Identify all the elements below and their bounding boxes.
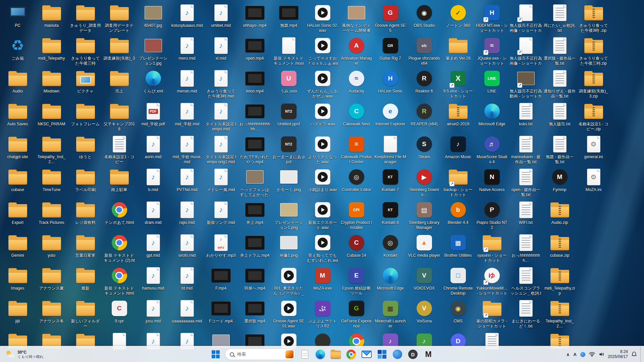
desktop-icon[interactable]: 路上駐車 bbox=[102, 165, 136, 198]
desktop-icon[interactable]: 新規 テキストドキュメント.musicxml bbox=[272, 34, 306, 66]
desktop-icon[interactable]: ♻ごみ箱 bbox=[1, 34, 35, 66]
desktop-icon[interactable]: まにきにわーるど！.txt bbox=[509, 296, 543, 329]
desktop-icon[interactable]: MFymmp bbox=[543, 165, 577, 198]
desktop-icon[interactable]: プレゼンテーション1.png bbox=[272, 198, 306, 231]
desktop-icon[interactable]: EEpson 接続診断ツール bbox=[339, 263, 373, 296]
desktop-icon[interactable]: ohhayo-.mp4 bbox=[238, 1, 272, 34]
desktop-icon[interactable]: ♪td.mid bbox=[170, 263, 204, 296]
desktop-icon[interactable]: Groove Agent SE 01.wav bbox=[272, 296, 306, 329]
desktop-icon[interactable]: TimeTune bbox=[35, 165, 68, 198]
desktop-icon[interactable]: ◎Controller Editor bbox=[339, 165, 373, 198]
desktop-icon[interactable]: GGroove Agent SE 5 bbox=[373, 1, 407, 34]
desktop-icon[interactable]: ♪gpt.mid bbox=[136, 231, 170, 263]
desktop-icon[interactable]: ♪xl.mid bbox=[204, 34, 238, 66]
desktop-icon[interactable]: 井上.mp4 bbox=[238, 198, 272, 231]
desktop-icon[interactable]: ◉CMS bbox=[441, 296, 475, 329]
desktop-icon[interactable]: sfzPlogue sforzando x64 bbox=[407, 34, 441, 66]
desktop-icon[interactable]: 筆まめ Ver.28 bbox=[441, 34, 475, 66]
desktop-icon[interactable]: 孤独なインディーゲーム開発者の一生… bbox=[339, 1, 373, 34]
pinned-discord[interactable]: D bbox=[407, 348, 419, 361]
desktop-icon[interactable]: ✓ノートン 360 bbox=[441, 1, 475, 34]
desktop-icon[interactable]: こっでｈｄすおｆｄｓｂふぁ.wav bbox=[306, 34, 339, 66]
pinned-mail[interactable] bbox=[360, 348, 373, 361]
pinned-music-m[interactable]: M bbox=[422, 348, 435, 361]
desktop-icon[interactable]: PC bbox=[1, 1, 35, 34]
desktop-icon[interactable]: 調査用データテンプレート bbox=[102, 1, 136, 34]
desktop-icon[interactable]: Microsoft Edge bbox=[475, 99, 509, 132]
desktop-icon[interactable]: 父子キャンプ2018 bbox=[102, 99, 136, 132]
desktop-icon[interactable]: ♪uaaaaaaaaa.mid bbox=[170, 296, 204, 329]
desktop-icon[interactable]: yuto bbox=[35, 231, 68, 263]
desktop-icon[interactable]: 無題 - 親作品一覧.txt bbox=[543, 132, 577, 165]
desktop-icon[interactable]: □Chrome Remote Desktop bbox=[441, 263, 475, 296]
desktop-icon[interactable]: ♪kotusytuaaus.mid bbox=[170, 1, 204, 34]
desktop-icon[interactable]: Telepathy_Inst_2… bbox=[35, 132, 68, 165]
desktop-icon[interactable]: 調査練習(失敗)_3.zip bbox=[577, 66, 610, 99]
desktop-icon[interactable]: Fコード.mp4 bbox=[204, 296, 238, 329]
desktop-icon[interactable]: ゆ↗YukkuriMovieM… - ショートカット bbox=[475, 263, 509, 296]
desktop-icon[interactable]: 営業日変更 bbox=[68, 231, 102, 263]
desktop-icon[interactable]: 名称未設定1 - コピー.zip bbox=[577, 99, 610, 132]
desktop-icon[interactable]: 売上 bbox=[102, 66, 136, 99]
desktop-icon[interactable]: ♪タイトル未設定.tempo.orig1.mid bbox=[204, 132, 238, 165]
desktop-icon[interactable]: だれでFXいれたやつ.mp4 bbox=[238, 132, 272, 165]
desktop-icon[interactable]: ◎Kontakt bbox=[373, 231, 407, 263]
desktop-icon[interactable]: RREAPER (x64) bbox=[407, 99, 441, 132]
desktop-icon[interactable]: プレゼンテーション1.jpg bbox=[136, 34, 170, 66]
desktop-icon[interactable]: ヘッドフォンはずしてよかった.mp4 bbox=[238, 165, 272, 198]
desktop-icon[interactable]: Microsoft Edge bbox=[373, 263, 407, 296]
desktop-icon[interactable]: ♪mid_学校.mid bbox=[170, 99, 204, 132]
desktop-icon[interactable]: 新規 テキストドキュメント (2).html bbox=[102, 231, 136, 263]
desktop-icon[interactable]: ◉OBS Studio bbox=[407, 1, 441, 34]
desktop-icon[interactable]: ⚙general.ini bbox=[577, 132, 610, 165]
desktop-icon[interactable]: ≡Cakewalk Product Center bbox=[339, 132, 373, 165]
desktop-icon[interactable]: ヘルスコンプラッシュン＿歌詞.txt bbox=[509, 263, 543, 296]
desktop-icon[interactable]: Audio bbox=[1, 66, 35, 99]
tray-blue-circle-icon[interactable] bbox=[580, 352, 585, 357]
desktop-icon[interactable]: ↗家の防犯カメラ - ショートカット bbox=[475, 296, 509, 329]
desktop-icon[interactable]: テンポあて.html bbox=[102, 198, 136, 231]
desktop-icon[interactable]: おっhhhhhhhhhhhh… bbox=[238, 99, 272, 132]
desktop-icon[interactable]: eInternet Explorer bbox=[373, 99, 407, 132]
desktop-icon[interactable]: 画像1.png bbox=[272, 231, 306, 263]
desktop-icon[interactable]: きゅうり食ってた午後3時 .zip bbox=[577, 1, 610, 34]
desktop-icon[interactable]: ▦Minecraft Launcher bbox=[373, 296, 407, 329]
desktop-icon[interactable]: ↗backup - ショートカット bbox=[441, 165, 475, 198]
weather-widget[interactable]: 30°C くもり時々晴れ bbox=[3, 348, 47, 361]
start-button[interactable] bbox=[209, 348, 222, 361]
desktop-icon[interactable]: open - 親作品一覧.txt bbox=[509, 165, 543, 198]
desktop-icon[interactable]: ♪b.mid bbox=[136, 165, 170, 198]
desktop-icon[interactable]: ♪mid_学校 muse.mid bbox=[170, 132, 204, 165]
desktop-icon[interactable]: アナウンス夏 bbox=[35, 263, 68, 296]
desktop-icon[interactable]: ↗syasinn - ショートカット bbox=[475, 231, 509, 263]
desktop-icon[interactable]: midi_Telepathy.zip bbox=[543, 263, 577, 296]
desktop-icon[interactable]: ♪rajio.mid bbox=[170, 198, 204, 231]
desktop-icon[interactable]: cubase bbox=[1, 165, 35, 198]
desktop-icon[interactable]: NKSC_PARAM bbox=[35, 99, 68, 132]
desktop-icon[interactable]: SSteam bbox=[407, 132, 441, 165]
desktop-icon[interactable]: 選択肢.mp4 bbox=[238, 296, 272, 329]
desktop-icon[interactable]: 名称未設定1 - コピー bbox=[102, 132, 136, 165]
desktop-icon[interactable]: ≈Audacity bbox=[339, 66, 373, 99]
desktop-icon[interactable]: CPICrypton Product Installer bbox=[339, 198, 373, 231]
ime-indicator[interactable]: A bbox=[574, 352, 577, 357]
desktop-icon[interactable]: 小銭詰まり.wav bbox=[306, 165, 339, 198]
desktop-icon[interactable]: 新規エクスポート.wav bbox=[306, 198, 339, 231]
desktop-icon[interactable]: 新規 テキストドキュメント.html bbox=[102, 263, 136, 296]
desktop-icon[interactable]: ずんだもん_しおかぜふ.wav bbox=[306, 66, 339, 99]
desktop-icon[interactable]: きゅうり食ってた午後三時.zip bbox=[577, 34, 610, 66]
desktop-icon[interactable]: F.mp4 bbox=[204, 263, 238, 296]
desktop-icon[interactable]: X↗9.5.xlsx - ショートカット bbox=[441, 66, 475, 99]
taskbar-clock[interactable]: 8:24 2025/08/17 bbox=[608, 349, 628, 359]
desktop-icon[interactable]: ⚙MoZA.ini bbox=[577, 165, 610, 198]
desktop-icon[interactable]: 001_東北きりたん（ノーマル）_今じゃ… bbox=[272, 263, 306, 296]
volume-icon[interactable] bbox=[599, 352, 604, 357]
desktop-icon[interactable]: 答え知ってでもむずいわこれ.wav bbox=[306, 231, 339, 263]
desktop-icon[interactable]: maniuta bbox=[35, 1, 68, 34]
desktop-icon[interactable]: NT2Untitled.ppsf bbox=[272, 99, 306, 132]
desktop-icon[interactable]: くらび.xml bbox=[136, 66, 170, 99]
pinned-chrome[interactable] bbox=[345, 348, 358, 361]
show-desktop-button[interactable] bbox=[640, 346, 642, 362]
desktop-icon[interactable]: 調査練習(失敗)_3 bbox=[102, 34, 136, 66]
desktop-icon[interactable]: ↗無人販売不正行為動画 - ショートカット bbox=[509, 66, 543, 99]
